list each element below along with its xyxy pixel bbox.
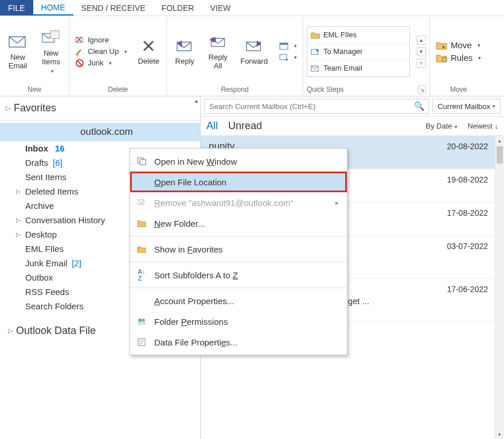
scroll-down-button[interactable]: ▾	[495, 430, 504, 439]
svg-rect-4	[76, 53, 79, 56]
scroll-thumb[interactable]	[497, 146, 503, 164]
quick-steps-launcher[interactable]: ↘	[418, 86, 426, 94]
quick-step-item[interactable]: EML FIles	[307, 27, 409, 44]
cm-data-file-properties[interactable]: Data File Properties...	[130, 332, 347, 352]
folder-icon	[311, 31, 320, 39]
search-icon[interactable]: 🔍	[414, 101, 425, 111]
reply-label: Reply	[175, 57, 194, 66]
favorites-header[interactable]: ▷ Favorites	[0, 99, 200, 118]
svg-rect-2	[50, 30, 59, 38]
tab-file[interactable]: FILE	[0, 0, 33, 15]
cm-folder-permissions[interactable]: Folder Permissions	[130, 311, 347, 332]
delete-button[interactable]: Delete	[134, 36, 163, 67]
cm-label: New Folder...	[154, 219, 339, 228]
favorites-label: Favorites	[14, 102, 56, 114]
quick-step-item[interactable]: To Manager	[307, 44, 409, 60]
nav-separator	[0, 120, 200, 121]
arrow-down-icon: ↓	[495, 122, 499, 130]
folder-label: Deleted Items	[25, 187, 79, 196]
open-window-icon	[136, 157, 147, 165]
scroll-up-button[interactable]: ▴	[495, 136, 504, 145]
move-button[interactable]: Move	[433, 40, 483, 51]
filter-unread[interactable]: Unread	[228, 120, 262, 132]
search-scope-label: Current Mailbox	[437, 102, 490, 111]
cm-open-new-window[interactable]: Open in New Window	[130, 151, 347, 172]
ribbon-group-new-label: New	[3, 84, 65, 95]
cm-label: Show in Favorites	[154, 244, 339, 254]
collapse-nav-button[interactable]: ◂	[194, 98, 198, 105]
navigation-pane: ◂ ▷ Favorites outlook.com Inbox16Drafts[…	[0, 96, 201, 439]
message-date: 17-06-2022	[447, 285, 488, 294]
cm-separator	[130, 288, 347, 288]
svg-point-20	[142, 318, 145, 322]
forward-label: Forward	[240, 57, 268, 66]
ignore-button[interactable]: Ignore	[73, 35, 130, 45]
rules-icon	[436, 53, 447, 63]
new-items-button[interactable]: New Items	[37, 28, 65, 76]
folder-label: Junk Email	[25, 258, 67, 268]
cleanup-button[interactable]: Clean Up	[73, 46, 130, 57]
search-scope-button[interactable]: Current Mailbox	[432, 99, 501, 114]
reply-button[interactable]: Reply	[170, 36, 199, 67]
tab-folder[interactable]: FOLDER	[154, 0, 202, 15]
junk-icon	[75, 59, 84, 68]
forward-button[interactable]: Forward	[237, 36, 271, 67]
cm-new-folder[interactable]: New Folder...	[130, 213, 347, 234]
cm-label: Folder Permissions	[154, 317, 339, 327]
tab-home[interactable]: HOME	[33, 0, 73, 15]
new-email-label: New Email	[9, 53, 28, 71]
tab-send-receive[interactable]: SEND / RECEIVE	[73, 0, 154, 15]
sort-order-button[interactable]: Newest ↓	[468, 122, 498, 130]
sort-by-button[interactable]: By Date	[425, 122, 457, 130]
quick-steps-gallery[interactable]: EML FIles To Manager Team Email	[307, 26, 410, 77]
meeting-button[interactable]	[277, 41, 299, 51]
filter-all[interactable]: All	[206, 120, 218, 132]
account-node[interactable]: outlook.com	[0, 123, 200, 141]
cm-account-properties[interactable]: Account Properties...	[130, 290, 347, 311]
cm-sort-subfolders[interactable]: A↓Z Sort Subfolders A to Z	[130, 265, 347, 285]
gallery-up-button[interactable]: ▴	[417, 36, 426, 45]
reply-all-label: Reply All	[209, 53, 228, 71]
ignore-icon	[75, 36, 84, 45]
cm-open-file-location[interactable]: Open File Location	[130, 172, 347, 192]
quick-step-item[interactable]: Team Email	[307, 60, 409, 76]
ribbon-group-move-label: Move	[433, 84, 483, 95]
cm-separator	[130, 262, 347, 262]
folder-count: [2]	[72, 258, 81, 268]
context-menu: Open in New Window Open File Location Re…	[130, 148, 347, 355]
folder-count: [6]	[53, 158, 62, 168]
rules-label: Rules	[451, 53, 472, 63]
search-input[interactable]	[208, 102, 411, 111]
more-respond-button[interactable]	[277, 52, 299, 63]
chevron-right-icon: ▷	[8, 327, 13, 335]
cm-label: Account Properties...	[154, 296, 339, 306]
svg-point-12	[286, 59, 288, 61]
forward-icon	[245, 37, 263, 55]
folder-icon	[136, 245, 147, 253]
scrollbar[interactable]: ▴ ▾	[495, 136, 504, 439]
meeting-icon	[279, 41, 288, 50]
submenu-arrow-icon: ▸	[335, 199, 339, 207]
folder-label: Drafts	[25, 158, 48, 168]
reply-icon	[175, 37, 194, 55]
new-items-label: New Items	[42, 49, 60, 67]
junk-button[interactable]: Junk	[73, 58, 130, 68]
gallery-more-button[interactable]: ▿	[417, 59, 426, 68]
cm-show-in-favorites[interactable]: Show in Favorites	[130, 239, 347, 259]
more-icon	[279, 53, 288, 62]
message-date: 03-07-2022	[447, 242, 488, 251]
svg-rect-10	[280, 43, 288, 45]
gallery-down-button[interactable]: ▾	[417, 47, 426, 56]
svg-rect-17	[140, 160, 146, 165]
new-email-icon	[9, 33, 27, 51]
search-input-container[interactable]: 🔍	[204, 99, 429, 114]
team-email-icon	[311, 64, 320, 72]
svg-rect-11	[280, 55, 287, 60]
cm-label: Open File Location	[154, 177, 339, 187]
reply-all-button[interactable]: Reply All	[204, 32, 232, 72]
new-email-button[interactable]: New Email	[3, 32, 32, 72]
rules-button[interactable]: Rules	[433, 52, 483, 64]
tab-view[interactable]: VIEW	[202, 0, 239, 15]
folder-label: RSS Feeds	[25, 287, 69, 297]
move-label: Move	[451, 40, 472, 50]
